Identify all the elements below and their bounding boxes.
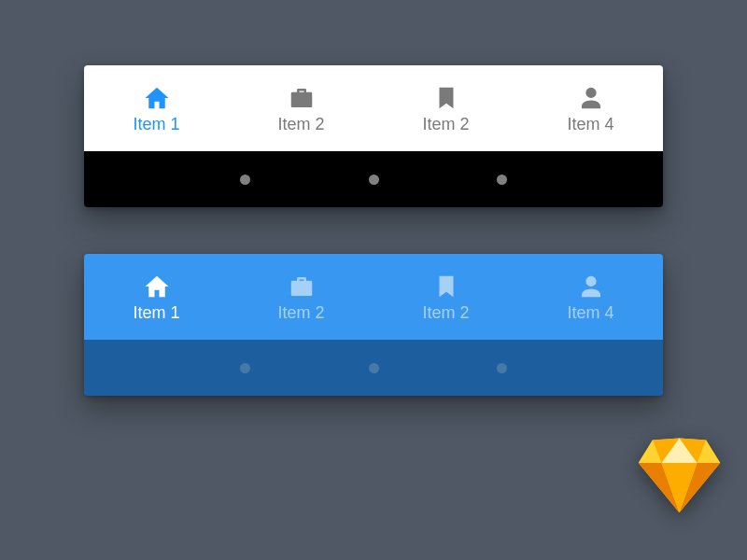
navbar-blue: Item 1 Item 2 Item 2 Item 4 [84, 254, 663, 340]
dot[interactable] [497, 175, 507, 185]
bookmark-icon [432, 84, 460, 112]
tab-item-2[interactable]: Item 2 [229, 65, 374, 151]
sketch-logo-icon [635, 429, 724, 518]
tab-item-2[interactable]: Item 2 [229, 254, 374, 340]
navbar-light: Item 1 Item 2 Item 2 Item 4 [84, 65, 663, 151]
tab-item-3[interactable]: Item 2 [374, 65, 518, 151]
tab-label: Item 2 [422, 304, 469, 321]
briefcase-icon [288, 273, 316, 301]
briefcase-icon [288, 84, 316, 112]
tabbar-light: Item 1 Item 2 Item 2 Item 4 [84, 65, 663, 207]
tab-label: Item 1 [133, 116, 179, 133]
dot[interactable] [240, 363, 250, 373]
tab-label: Item 4 [567, 116, 613, 133]
tab-item-4[interactable]: Item 4 [518, 254, 663, 340]
tab-label: Item 1 [133, 304, 179, 321]
house-icon [143, 273, 171, 301]
tab-label: Item 2 [277, 304, 324, 321]
pagination-dots [84, 340, 663, 396]
tab-label: Item 2 [277, 116, 324, 133]
tab-label: Item 2 [422, 116, 469, 133]
person-icon [577, 273, 605, 301]
tab-item-4[interactable]: Item 4 [518, 65, 663, 151]
dot[interactable] [497, 363, 507, 373]
dot[interactable] [369, 363, 379, 373]
dot[interactable] [240, 175, 250, 185]
house-icon [143, 84, 171, 112]
bookmark-icon [432, 273, 460, 301]
dot[interactable] [369, 175, 379, 185]
pagination-dots [84, 151, 663, 207]
person-icon [577, 84, 605, 112]
tab-item-1[interactable]: Item 1 [84, 65, 229, 151]
tabbar-blue: Item 1 Item 2 Item 2 Item 4 [84, 254, 663, 396]
tab-item-1[interactable]: Item 1 [84, 254, 229, 340]
tab-label: Item 4 [567, 304, 613, 321]
tab-item-3[interactable]: Item 2 [374, 254, 518, 340]
